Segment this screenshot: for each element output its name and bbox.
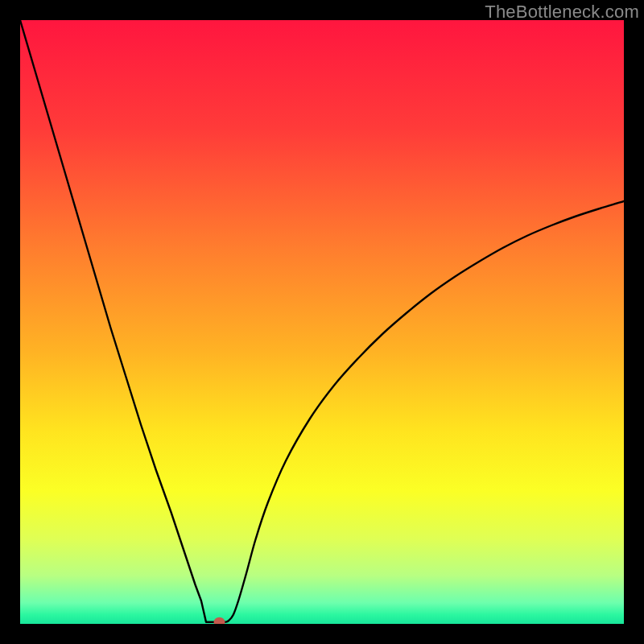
gradient-background	[20, 20, 624, 624]
plot-area	[20, 20, 624, 624]
chart-frame: TheBottleneck.com	[0, 0, 644, 644]
bottleneck-chart	[20, 20, 624, 624]
watermark-text: TheBottleneck.com	[485, 2, 639, 23]
